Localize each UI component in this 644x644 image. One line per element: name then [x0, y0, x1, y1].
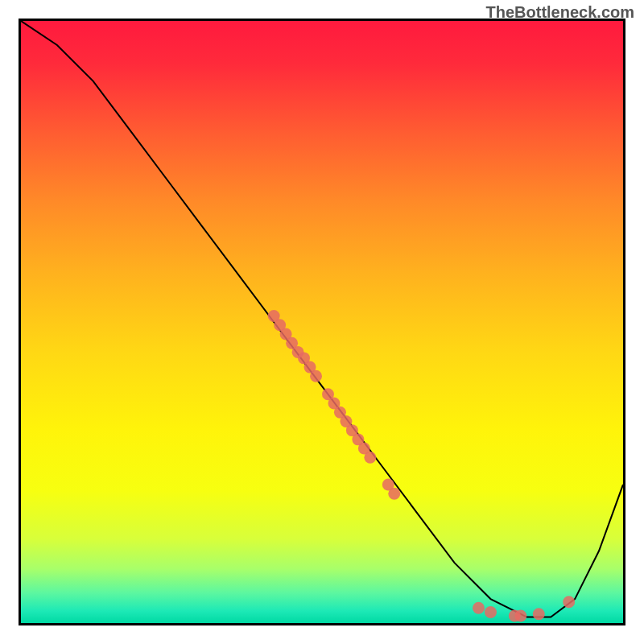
chart-data-point	[533, 608, 545, 620]
chart-data-point	[388, 488, 400, 500]
chart-data-point	[485, 606, 497, 618]
chart-data-point	[473, 602, 485, 614]
chart-plot-area	[19, 19, 625, 625]
chart-overlay	[21, 21, 623, 623]
chart-data-point	[514, 610, 526, 622]
chart-data-points	[268, 310, 575, 621]
chart-data-point	[563, 596, 575, 608]
chart-data-point	[310, 370, 322, 382]
chart-data-point	[364, 452, 376, 464]
chart-curve	[21, 21, 623, 617]
watermark-text: TheBottleneck.com	[486, 3, 634, 22]
